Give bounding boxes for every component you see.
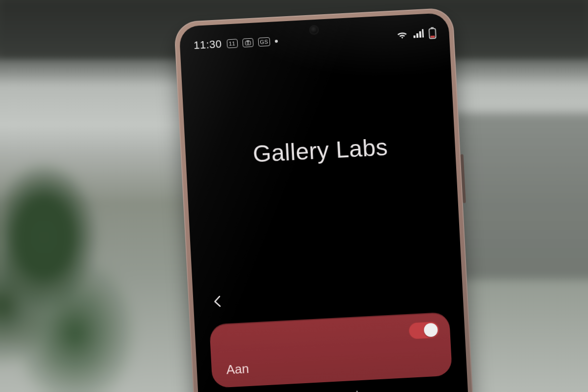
svg-rect-9 xyxy=(430,36,435,38)
wifi-icon xyxy=(396,30,408,39)
page-title: Gallery Labs xyxy=(185,130,456,171)
status-notif-2 xyxy=(242,38,253,48)
status-right xyxy=(396,27,437,41)
back-button[interactable] xyxy=(205,289,230,314)
description-text: official, but only xyxy=(294,389,364,392)
status-notif-3: GS xyxy=(258,37,270,47)
photo-scene: 11:30 11 GS xyxy=(0,0,588,392)
status-notif-1: 11 xyxy=(226,39,238,48)
phone-screen: 11:30 11 GS xyxy=(179,13,476,392)
status-clock: 11:30 xyxy=(194,38,222,52)
svg-rect-4 xyxy=(416,33,418,38)
master-toggle-switch[interactable] xyxy=(408,321,440,340)
svg-point-2 xyxy=(247,42,249,44)
svg-rect-6 xyxy=(422,29,424,37)
svg-rect-5 xyxy=(419,31,421,38)
battery-low-icon xyxy=(428,27,437,39)
camera-glyph-icon xyxy=(245,40,251,46)
master-toggle-card[interactable]: Aan xyxy=(209,312,452,388)
chevron-left-icon xyxy=(211,294,225,308)
signal-icon xyxy=(413,29,424,38)
status-left: 11:30 11 GS xyxy=(194,35,279,52)
phone: 11:30 11 GS xyxy=(174,7,481,392)
toggle-label: Aan xyxy=(226,361,249,377)
status-more-dot xyxy=(275,40,278,43)
switch-knob xyxy=(424,323,438,337)
toggle-text: Aan xyxy=(224,322,250,387)
svg-rect-3 xyxy=(414,35,416,38)
